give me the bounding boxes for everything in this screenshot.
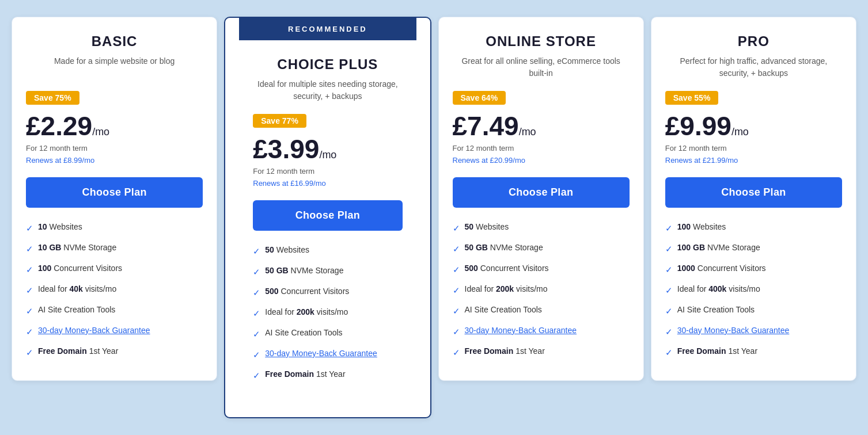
save-badge-basic: Save 75%: [26, 91, 79, 105]
check-icon: ✓: [26, 284, 33, 296]
price-renew-online-store: Renews at £20.99/mo: [453, 156, 525, 165]
plan-card-basic: BASICMade for a simple website or blogSa…: [12, 17, 217, 381]
save-badge-online-store: Save 64%: [453, 91, 506, 105]
check-icon: ✓: [453, 346, 460, 358]
choose-plan-button-online-store[interactable]: Choose Plan: [453, 177, 630, 208]
check-icon: ✓: [665, 264, 673, 276]
price-renew-pro: Renews at £21.99/mo: [665, 156, 738, 165]
plan-card-online-store: ONLINE STOREGreat for all online selling…: [438, 17, 644, 381]
price-term-pro: For 12 month termRenews at £21.99/mo: [665, 143, 842, 167]
feature-item: ✓30-day Money-Back Guarantee: [253, 348, 402, 361]
feature-link[interactable]: 30-day Money-Back Guarantee: [465, 326, 577, 335]
price-main-basic: £2.29: [26, 111, 92, 141]
save-badge-choice-plus: Save 77%: [253, 114, 306, 128]
plan-description-pro: Perfect for high traffic, advanced stora…: [665, 55, 842, 79]
check-icon: ✓: [26, 305, 33, 317]
check-icon: ✓: [665, 305, 673, 317]
feature-item: ✓100 Concurrent Visitors: [26, 263, 203, 276]
check-icon: ✓: [253, 266, 260, 278]
check-icon: ✓: [453, 222, 460, 234]
check-icon: ✓: [665, 346, 673, 358]
check-icon: ✓: [665, 284, 673, 296]
check-icon: ✓: [26, 326, 33, 338]
plan-card-pro: PROPerfect for high traffic, advanced st…: [651, 17, 856, 381]
check-icon: ✓: [26, 346, 33, 358]
save-badge-pro: Save 55%: [665, 91, 719, 105]
features-list-choice-plus: ✓50 Websites✓50 GB NVMe Storage✓500 Conc…: [253, 245, 402, 381]
price-term-basic: For 12 month termRenews at £8.99/mo: [26, 143, 203, 167]
price-per-basic: /mo: [92, 126, 109, 138]
check-icon: ✓: [665, 243, 673, 255]
feature-item: ✓50 GB NVMe Storage: [253, 265, 402, 278]
feature-item: ✓Free Domain 1st Year: [453, 346, 630, 358]
check-icon: ✓: [26, 264, 33, 276]
feature-item: ✓50 Websites: [253, 245, 402, 257]
check-icon: ✓: [26, 243, 33, 255]
price-main-choice-plus: £3.99: [253, 134, 319, 164]
feature-link[interactable]: 30-day Money-Back Guarantee: [38, 326, 150, 335]
feature-item: ✓Ideal for 400k visits/mo: [665, 284, 842, 296]
choose-plan-button-pro[interactable]: Choose Plan: [665, 177, 842, 208]
choose-plan-button-choice-plus[interactable]: Choose Plan: [253, 200, 402, 231]
check-icon: ✓: [253, 328, 260, 340]
feature-item: ✓50 Websites: [453, 222, 630, 234]
feature-link[interactable]: 30-day Money-Back Guarantee: [677, 326, 790, 335]
price-renew-basic: Renews at £8.99/mo: [26, 156, 94, 165]
check-icon: ✓: [253, 369, 260, 381]
feature-item: ✓AI Site Creation Tools: [453, 304, 630, 317]
check-icon: ✓: [453, 284, 460, 296]
check-icon: ✓: [453, 305, 460, 317]
feature-link[interactable]: 30-day Money-Back Guarantee: [265, 349, 377, 358]
check-icon: ✓: [453, 326, 460, 338]
price-renew-choice-plus: Renews at £16.99/mo: [253, 179, 325, 188]
plan-title-pro: PRO: [665, 33, 842, 49]
price-term-choice-plus: For 12 month termRenews at £16.99/mo: [253, 166, 402, 190]
plan-description-online-store: Great for all online selling, eCommerce …: [453, 55, 630, 79]
plan-title-basic: BASIC: [26, 33, 203, 49]
feature-item: ✓Free Domain 1st Year: [665, 346, 842, 358]
feature-item: ✓Free Domain 1st Year: [26, 346, 203, 358]
feature-item: ✓Ideal for 40k visits/mo: [26, 284, 203, 296]
features-list-basic: ✓10 Websites✓10 GB NVMe Storage✓100 Conc…: [26, 222, 203, 358]
price-term-online-store: For 12 month termRenews at £20.99/mo: [453, 143, 630, 167]
check-icon: ✓: [253, 287, 260, 299]
feature-item: ✓100 Websites: [665, 222, 842, 234]
price-main-pro: £9.99: [665, 111, 731, 141]
price-per-online-store: /mo: [519, 126, 536, 138]
feature-item: ✓100 GB NVMe Storage: [665, 242, 842, 255]
feature-item: ✓Free Domain 1st Year: [253, 369, 402, 381]
plan-card-choice-plus: RECOMMENDEDCHOICE PLUSIdeal for multiple…: [224, 17, 431, 418]
plan-description-choice-plus: Ideal for multiple sites needing storage…: [253, 78, 402, 102]
feature-item: ✓AI Site Creation Tools: [26, 304, 203, 317]
feature-item: ✓30-day Money-Back Guarantee: [453, 325, 630, 338]
recommended-badge: RECOMMENDED: [239, 18, 416, 40]
feature-item: ✓50 GB NVMe Storage: [453, 242, 630, 255]
plan-title-online-store: ONLINE STORE: [453, 33, 630, 49]
check-icon: ✓: [453, 243, 460, 255]
feature-item: ✓10 Websites: [26, 222, 203, 234]
feature-item: ✓30-day Money-Back Guarantee: [665, 325, 842, 338]
plan-title-choice-plus: CHOICE PLUS: [253, 56, 402, 72]
check-icon: ✓: [665, 222, 673, 234]
plans-container: BASICMade for a simple website or blogSa…: [12, 17, 856, 418]
feature-item: ✓AI Site Creation Tools: [665, 304, 842, 317]
price-per-pro: /mo: [731, 126, 749, 138]
check-icon: ✓: [453, 264, 460, 276]
feature-item: ✓Ideal for 200k visits/mo: [253, 307, 402, 319]
feature-item: ✓AI Site Creation Tools: [253, 327, 402, 340]
features-list-pro: ✓100 Websites✓100 GB NVMe Storage✓1000 C…: [665, 222, 842, 358]
price-main-online-store: £7.49: [453, 111, 519, 141]
features-list-online-store: ✓50 Websites✓50 GB NVMe Storage✓500 Conc…: [453, 222, 630, 358]
plan-description-basic: Made for a simple website or blog: [26, 55, 203, 79]
check-icon: ✓: [26, 222, 33, 234]
feature-item: ✓500 Concurrent Visitors: [453, 263, 630, 276]
check-icon: ✓: [253, 349, 260, 361]
feature-item: ✓Ideal for 200k visits/mo: [453, 284, 630, 296]
feature-item: ✓10 GB NVMe Storage: [26, 242, 203, 255]
check-icon: ✓: [253, 307, 260, 319]
feature-item: ✓1000 Concurrent Visitors: [665, 263, 842, 276]
check-icon: ✓: [665, 326, 673, 338]
check-icon: ✓: [253, 245, 260, 257]
feature-item: ✓500 Concurrent Visitors: [253, 286, 402, 299]
choose-plan-button-basic[interactable]: Choose Plan: [26, 177, 203, 208]
